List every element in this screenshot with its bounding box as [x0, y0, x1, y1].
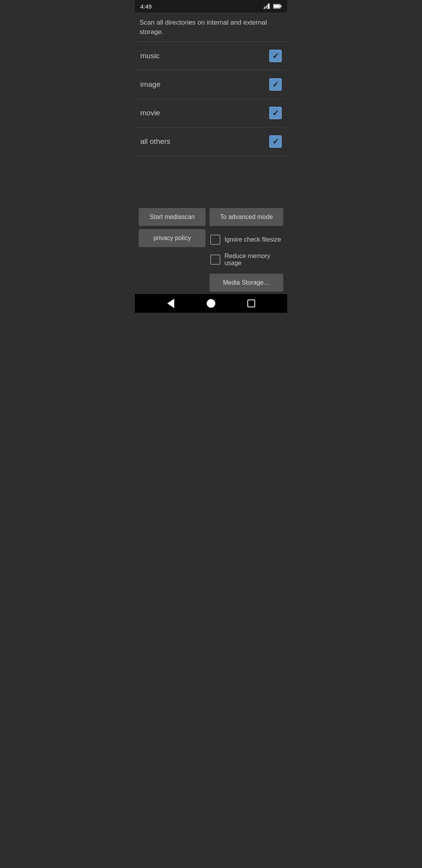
- scan-item-image-label: image: [140, 80, 161, 89]
- signal-icon: [264, 3, 271, 9]
- to-advanced-mode-button[interactable]: To advanced mode: [209, 208, 283, 226]
- start-mediascan-button[interactable]: Start mediascan: [139, 208, 206, 226]
- movie-checkmark: ✓: [272, 109, 279, 117]
- description-text: Scan all directories on internal and ext…: [139, 19, 267, 36]
- image-checkbox[interactable]: ✓: [269, 78, 282, 91]
- reduce-memory-checkbox[interactable]: [210, 255, 220, 265]
- right-section: To advanced mode Ignore check filesize R…: [209, 208, 283, 292]
- movie-checkbox[interactable]: ✓: [269, 107, 282, 119]
- scan-item-movie-label: movie: [140, 109, 160, 117]
- reduce-memory-option[interactable]: Reduce memory usage: [209, 250, 283, 269]
- reduce-memory-label: Reduce memory usage: [224, 253, 283, 267]
- scan-list: music ✓ image ✓ movie ✓ all others ✓: [135, 42, 287, 180]
- media-storage-button[interactable]: Media Storage…: [209, 274, 283, 292]
- left-buttons: Start mediascan privacy policy: [139, 208, 206, 247]
- svg-rect-6: [281, 5, 282, 7]
- svg-rect-5: [274, 5, 280, 8]
- status-icons: [264, 3, 282, 9]
- scan-item-image[interactable]: image ✓: [135, 70, 287, 99]
- scan-item-music[interactable]: music ✓: [135, 42, 287, 70]
- status-time: 4:49: [140, 3, 152, 10]
- ignore-filesize-option[interactable]: Ignore check filesize: [209, 232, 283, 247]
- nav-bar: [135, 294, 287, 313]
- bottom-actions: Start mediascan privacy policy To advanc…: [135, 204, 287, 294]
- ignore-filesize-checkbox[interactable]: [210, 235, 220, 245]
- privacy-policy-button[interactable]: privacy policy: [139, 229, 206, 247]
- empty-spacer: [135, 180, 287, 204]
- recents-icon: [247, 299, 255, 307]
- allothers-checkbox[interactable]: ✓: [269, 135, 282, 148]
- recents-button[interactable]: [245, 298, 257, 309]
- status-bar: 4:49: [135, 0, 287, 13]
- ignore-filesize-label: Ignore check filesize: [224, 236, 281, 243]
- image-checkmark: ✓: [272, 81, 279, 88]
- scan-item-music-label: music: [140, 52, 160, 60]
- music-checkbox[interactable]: ✓: [269, 50, 282, 62]
- description-area: Scan all directories on internal and ext…: [135, 13, 287, 42]
- scan-item-movie[interactable]: movie ✓: [135, 99, 287, 127]
- back-icon: [167, 299, 174, 308]
- back-button[interactable]: [165, 298, 177, 309]
- scan-item-allothers[interactable]: all others ✓: [135, 127, 287, 156]
- scan-item-allothers-label: all others: [140, 137, 170, 146]
- allothers-checkmark: ✓: [272, 138, 279, 145]
- battery-icon: [273, 4, 282, 9]
- home-button[interactable]: [205, 298, 217, 309]
- home-icon: [207, 299, 215, 308]
- music-checkmark: ✓: [272, 52, 279, 60]
- actions-layout: Start mediascan privacy policy To advanc…: [139, 208, 283, 292]
